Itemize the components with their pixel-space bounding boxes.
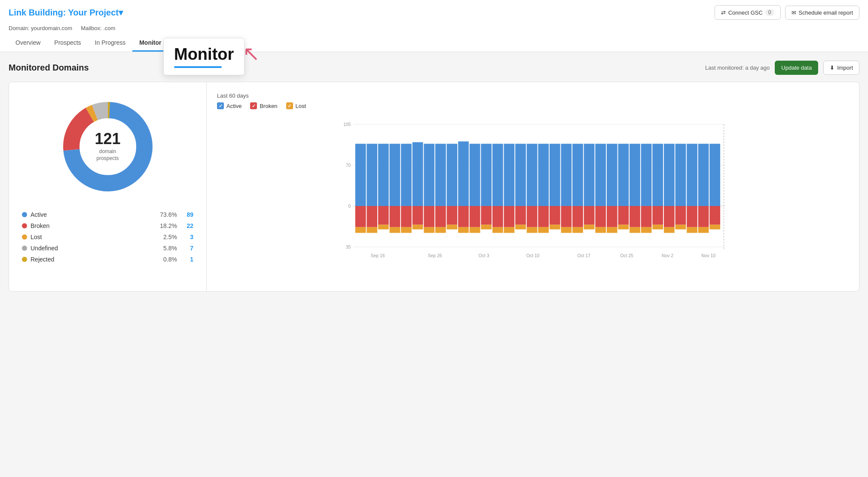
bar-lost-19 (572, 227, 583, 233)
left-panel: 121 domain prospects Active 73.6% (9, 82, 207, 291)
domain-info: Domain: yourdomain.com (9, 25, 72, 31)
schedule-email-button[interactable]: ✉ Schedule email report (785, 6, 859, 20)
bar-lost-26 (652, 225, 663, 229)
bar-lost-27 (664, 227, 675, 233)
bar-broken-27 (664, 206, 675, 227)
bar-active-11 (481, 144, 492, 206)
import-button[interactable]: ⬇ Import (823, 61, 859, 75)
bar-lost-25 (641, 227, 652, 233)
bar-active-19 (572, 144, 583, 206)
bar-lost-30 (698, 227, 709, 233)
donut-label-line1: domain (99, 148, 116, 154)
bar-active-15 (527, 144, 538, 206)
bar-lost-20 (584, 225, 595, 229)
chart-legend-active-label: Active (226, 103, 241, 109)
y-label-35neg: 35 (346, 245, 351, 249)
bar-broken-11 (481, 206, 492, 225)
import-label: Import (837, 65, 853, 71)
bar-lost-1 (367, 227, 377, 233)
bar-lost-17 (550, 225, 560, 229)
chart-checkbox-lost[interactable]: ✓ (286, 102, 293, 109)
bar-lost-8 (447, 225, 458, 229)
bar-broken-28 (675, 206, 686, 225)
bar-broken-7 (435, 206, 446, 227)
legend-name-lost: Lost (31, 234, 148, 240)
bar-lost-15 (527, 227, 538, 233)
legend-pct-active: 73.6% (151, 211, 177, 218)
header-actions: ⇄ Connect GSC 0 ✉ Schedule email report (715, 5, 859, 20)
legend-dot-active (22, 212, 27, 217)
bar-broken-10 (470, 206, 480, 227)
bar-lost-31 (709, 225, 720, 229)
mailbox-label: Mailbox: (81, 25, 101, 31)
bar-active-26 (652, 144, 663, 206)
bar-active-30 (698, 144, 709, 206)
legend-pct-undefined: 5.8% (151, 245, 177, 252)
legend-name-rejected: Rejected (31, 256, 148, 263)
y-label-0: 0 (348, 204, 351, 209)
bar-lost-6 (424, 227, 434, 233)
bar-active-22 (607, 144, 617, 206)
bar-broken-25 (641, 206, 652, 227)
bar-broken-20 (584, 206, 595, 225)
schedule-email-label: Schedule email report (799, 9, 853, 16)
update-data-button[interactable]: Update data (775, 61, 818, 75)
tab-in-progress[interactable]: In Progress (88, 35, 133, 52)
chart-legend-lost-label: Lost (296, 103, 306, 109)
bar-lost-5 (413, 225, 423, 229)
donut-center-info: 121 domain prospects (95, 131, 120, 162)
nav-tabs: Overview Prospects In Progress Monitor (9, 35, 859, 52)
legend-pct-broken: 18.2% (151, 222, 177, 229)
bar-active-2 (378, 144, 389, 206)
bar-broken-21 (595, 206, 606, 227)
chart-checkbox-active[interactable]: ✓ (217, 102, 224, 109)
tab-overview[interactable]: Overview (9, 35, 47, 52)
chart-legend-active: ✓ Active (217, 102, 241, 109)
connect-gsc-button[interactable]: ⇄ Connect GSC 0 (715, 5, 781, 20)
bar-active-23 (618, 144, 629, 206)
bar-broken-5 (413, 206, 423, 225)
connect-gsc-badge: 0 (765, 9, 774, 16)
bar-lost-28 (675, 225, 686, 229)
tab-prospects[interactable]: Prospects (47, 35, 88, 52)
bar-active-17 (550, 144, 560, 206)
bar-broken-4 (401, 206, 412, 227)
dropdown-chevron[interactable]: ▾ (119, 8, 123, 17)
chart-checkbox-broken[interactable]: ✓ (250, 102, 257, 109)
bar-lost-7 (435, 227, 446, 233)
chart-legend: Active 73.6% 89 Broken 18.2% 22 Lost 2.5… (22, 211, 193, 263)
section-actions: Last monitored: a day ago Update data ⬇ … (705, 61, 859, 75)
bar-broken-0 (355, 206, 366, 227)
donut-chart-container: 121 domain prospects (22, 95, 193, 198)
bar-chart-area: 105 70 0 35 Sep 16 Sep 26 (217, 116, 849, 281)
header: Link Building: Your Project▾ ⇄ Connect G… (0, 0, 868, 52)
bar-active-14 (515, 144, 526, 206)
section-title: Monitored Domains (9, 63, 89, 73)
bar-active-5 (413, 142, 423, 206)
bar-active-10 (470, 144, 480, 206)
legend-item-lost: Lost 2.5% 3 (22, 234, 193, 240)
bar-broken-19 (572, 206, 583, 227)
connect-gsc-icon: ⇄ (721, 9, 726, 16)
bar-active-21 (595, 144, 606, 206)
legend-name-undefined: Undefined (31, 245, 148, 252)
legend-item-active: Active 73.6% 89 (22, 211, 193, 218)
y-label-70: 70 (346, 163, 351, 168)
x-label-oct10: Oct 10 (526, 253, 540, 258)
bar-active-0 (355, 144, 366, 206)
bar-active-3 (390, 144, 400, 206)
bar-broken-26 (652, 206, 663, 225)
bar-broken-1 (367, 206, 377, 227)
bar-broken-12 (492, 206, 503, 227)
legend-item-broken: Broken 18.2% 22 (22, 222, 193, 229)
bar-lost-24 (630, 227, 640, 233)
section-header: Monitored Domains Last monitored: a day … (9, 61, 859, 75)
tooltip-underline (174, 66, 222, 68)
domain-label: Domain: (9, 25, 29, 31)
bar-active-12 (492, 144, 503, 206)
bar-lost-29 (687, 227, 697, 233)
bar-broken-30 (698, 206, 709, 227)
bar-broken-13 (504, 206, 515, 227)
legend-count-broken: 22 (180, 222, 193, 229)
legend-dot-rejected (22, 257, 27, 262)
